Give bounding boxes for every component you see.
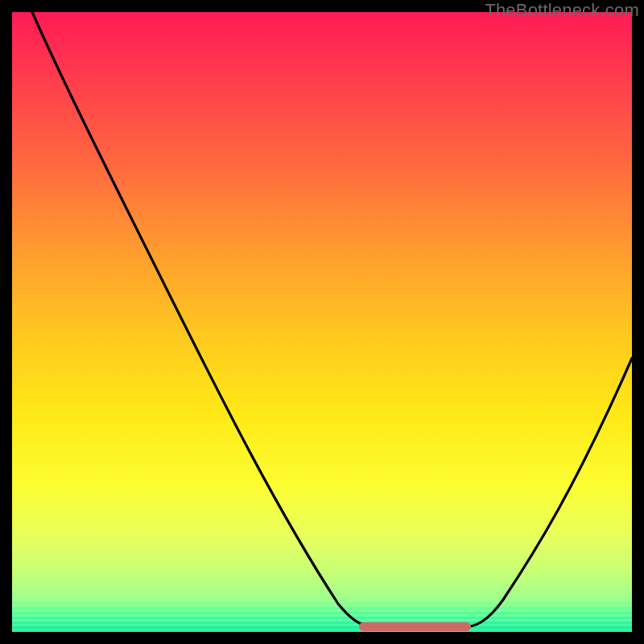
watermark-text: TheBottleneck.com [485, 0, 639, 21]
curve-path [32, 12, 632, 627]
bottleneck-curve [12, 12, 632, 632]
optimal-range-marker [359, 622, 471, 631]
